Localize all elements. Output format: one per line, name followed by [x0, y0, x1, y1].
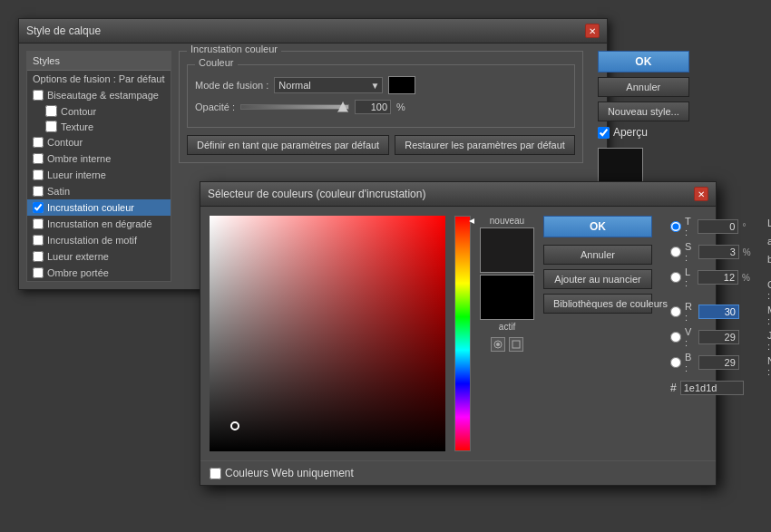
sidebar-item-label: Incrustation en dégradé	[47, 218, 152, 229]
sidebar-item-label: Texture	[61, 121, 93, 132]
layer-style-close-button[interactable]: ✕	[585, 24, 600, 38]
restore-default-button[interactable]: Restaurer les paramètres par défaut	[395, 135, 575, 155]
label-C: C :	[767, 279, 771, 301]
color-picker-right-panel: OK Annuler Ajouter au nuancier Bibliothè…	[543, 216, 652, 451]
svg-rect-2	[512, 341, 520, 348]
color-icon-1[interactable]	[491, 337, 505, 352]
sidebar-item-texture[interactable]: Texture	[27, 119, 171, 134]
sidebar-item-contour-sub1[interactable]: Contour	[27, 103, 171, 119]
radio-S[interactable]	[670, 247, 681, 257]
unit-S: %	[743, 247, 753, 257]
sidebar-item-label: Lueur interne	[47, 169, 106, 180]
blend-color-preview[interactable]	[388, 76, 415, 94]
contour-sub1-checkbox[interactable]	[45, 105, 57, 117]
layer-style-title: Style de calque	[26, 24, 101, 37]
color-preview-area: nouveau actif	[480, 216, 534, 451]
label-B: B :	[685, 352, 695, 373]
label-N: N :	[767, 355, 771, 377]
color-gradient-box[interactable]	[210, 216, 445, 451]
ombre-interne-checkbox[interactable]	[33, 153, 44, 164]
nouveau-style-button[interactable]: Nouveau style...	[598, 102, 689, 121]
sidebar-item-incrustation-degrade[interactable]: Incrustation en dégradé	[27, 216, 171, 232]
ajouter-nuancier-button[interactable]: Ajouter au nuancier	[543, 269, 652, 289]
radio-T[interactable]	[670, 221, 681, 232]
blend-mode-label: Mode de fusion :	[195, 80, 268, 91]
sidebar-item-label: Lueur externe	[47, 251, 109, 262]
svg-point-1	[496, 343, 500, 346]
biseautage-checkbox[interactable]	[33, 90, 44, 101]
sidebar-item-ombre-portee[interactable]: Ombre portée	[27, 265, 171, 281]
hex-label: #	[670, 382, 677, 394]
incrustation-degrade-checkbox[interactable]	[33, 218, 44, 229]
hex-input[interactable]	[680, 381, 744, 395]
label-M: M :	[767, 305, 771, 326]
opacity-slider[interactable]	[240, 104, 349, 110]
blend-mode-select[interactable]: Normal	[274, 77, 383, 93]
color-annuler-button[interactable]: Annuler	[543, 245, 652, 265]
sidebar-item-lueur-interne[interactable]: Lueur interne	[27, 167, 171, 183]
field-J: J : %	[767, 330, 771, 352]
input-S[interactable]	[698, 245, 739, 259]
radio-L[interactable]	[670, 272, 681, 283]
field-L-hsl: L : %	[670, 266, 753, 288]
sidebar-item-ombre-interne[interactable]: Ombre interne	[27, 150, 171, 167]
contour-checkbox[interactable]	[33, 137, 44, 148]
input-R[interactable]	[698, 305, 739, 319]
apercu-checkbox[interactable]	[598, 127, 610, 139]
color-icon-2[interactable]	[509, 337, 523, 352]
input-B[interactable]	[698, 355, 739, 370]
radio-B[interactable]	[670, 357, 681, 368]
apercu-label: Aperçu	[613, 126, 648, 139]
annuler-button[interactable]: Annuler	[598, 77, 689, 97]
ombre-portee-checkbox[interactable]	[33, 267, 44, 278]
label-L-lab: L :	[767, 218, 771, 228]
color-ok-button[interactable]: OK	[543, 216, 652, 237]
field-L-lab: L :	[767, 216, 771, 230]
input-T[interactable]	[698, 219, 738, 234]
radio-R[interactable]	[670, 306, 681, 317]
sidebar-item-satin[interactable]: Satin	[27, 183, 171, 199]
bibliotheques-button[interactable]: Bibliothèques de couleurs	[543, 294, 652, 314]
label-V: V :	[685, 326, 695, 348]
sidebar-item-label: Incrustation de motif	[47, 235, 137, 246]
color-current-preview[interactable]	[480, 275, 534, 320]
opacity-input[interactable]	[355, 100, 391, 114]
sidebar-item-label: Biseautage & estampage	[47, 90, 159, 101]
sidebar-item-incrustation-motif[interactable]: Incrustation de motif	[27, 232, 171, 248]
unit-L-hsl: %	[742, 273, 753, 283]
sidebar-item-incrustation-couleur[interactable]: Incrustation couleur	[27, 199, 171, 216]
sidebar-item-label: Incrustation couleur	[47, 202, 134, 213]
radio-V[interactable]	[670, 332, 681, 343]
sidebar-item-options[interactable]: Options de fusion : Par défaut	[27, 71, 171, 87]
set-default-button[interactable]: Définir en tant que paramètres par défau…	[187, 135, 389, 155]
label-S: S :	[685, 241, 695, 263]
sidebar-item-lueur-externe[interactable]: Lueur externe	[27, 248, 171, 265]
field-S: S : %	[670, 241, 753, 263]
color-picker-body: nouveau actif OK Annuler Ajouter au nuan…	[200, 207, 716, 460]
input-L-hsl[interactable]	[698, 270, 738, 285]
hue-indicator	[453, 218, 474, 224]
incrustation-motif-checkbox[interactable]	[33, 235, 44, 246]
incrustation-couleur-checkbox[interactable]	[33, 202, 44, 213]
blend-mode-select-wrapper: Normal ▼	[274, 77, 383, 93]
satin-checkbox[interactable]	[33, 186, 44, 197]
hue-slider[interactable]	[454, 216, 471, 451]
lueur-externe-checkbox[interactable]	[33, 251, 44, 262]
texture-checkbox[interactable]	[45, 121, 57, 132]
sidebar-item-biseautage[interactable]: Biseautage & estampage	[27, 87, 171, 103]
color-new-preview[interactable]	[480, 227, 534, 273]
color-picker-close-button[interactable]: ✕	[694, 187, 708, 201]
web-colors-checkbox[interactable]	[210, 468, 221, 479]
sidebar-item-contour[interactable]: Contour	[27, 134, 171, 150]
lueur-interne-checkbox[interactable]	[33, 169, 44, 180]
gradient-cursor	[230, 421, 239, 430]
sidebar-item-label: Options de fusion : Par défaut	[33, 73, 165, 84]
field-V: V :	[670, 326, 753, 348]
input-V[interactable]	[698, 330, 739, 344]
opacity-row: Opacité : %	[195, 100, 567, 114]
field-T: T : °	[670, 216, 753, 237]
actif-label: actif	[480, 322, 534, 332]
ok-button[interactable]: OK	[598, 51, 689, 73]
opacity-label: Opacité :	[195, 102, 235, 112]
web-colors-row: Couleurs Web uniquement	[200, 460, 716, 485]
